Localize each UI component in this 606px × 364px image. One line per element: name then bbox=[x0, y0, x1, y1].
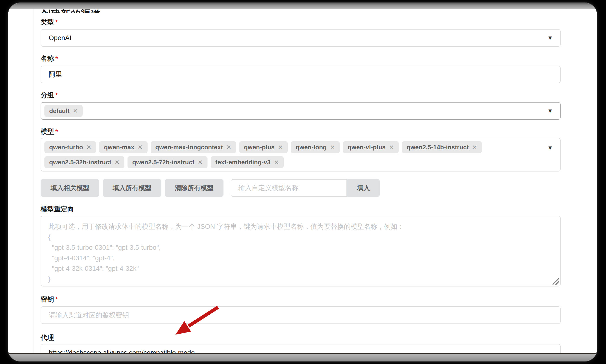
required-asterisk: * bbox=[55, 55, 58, 62]
chevron-down-icon: ▼ bbox=[547, 108, 553, 114]
proxy-input[interactable] bbox=[41, 344, 561, 354]
chevron-down-icon: ▼ bbox=[547, 35, 553, 41]
remove-tag-icon[interactable]: ✕ bbox=[389, 144, 394, 150]
remove-tag-icon[interactable]: ✕ bbox=[330, 144, 335, 150]
remove-tag-icon[interactable]: ✕ bbox=[226, 144, 231, 150]
remove-tag-icon[interactable]: ✕ bbox=[198, 159, 203, 165]
window-bottom-edge bbox=[8, 353, 597, 361]
model-buttons-row: 填入相关模型 填入所有模型 清除所有模型 填入 bbox=[41, 179, 561, 197]
fill-custom-model-button[interactable]: 填入 bbox=[347, 179, 380, 197]
model-tag: qwen-max✕ bbox=[99, 141, 147, 153]
remove-tag-icon[interactable]: ✕ bbox=[472, 144, 477, 150]
fill-all-models-button[interactable]: 填入所有模型 bbox=[103, 179, 161, 197]
name-input[interactable] bbox=[41, 65, 561, 83]
required-asterisk: * bbox=[55, 296, 58, 303]
proxy-label: 代理 bbox=[41, 334, 561, 342]
model-tag: qwen2.5-72b-instruct✕ bbox=[127, 156, 207, 168]
field-group: 分组* default✕ ▼ bbox=[41, 91, 561, 120]
remove-tag-icon[interactable]: ✕ bbox=[115, 159, 120, 165]
chevron-down-icon: ▼ bbox=[547, 145, 553, 151]
type-select-value: OpenAI bbox=[49, 34, 71, 42]
fill-related-models-button[interactable]: 填入相关模型 bbox=[41, 179, 99, 197]
required-asterisk: * bbox=[55, 19, 58, 26]
model-tag: qwen-vl-plus✕ bbox=[343, 141, 399, 153]
models-multiselect[interactable]: qwen-turbo✕ qwen-max✕ qwen-max-longconte… bbox=[41, 138, 561, 171]
page-title: 创建新的渠道 bbox=[41, 9, 101, 13]
model-tag: qwen2.5-14b-instruct✕ bbox=[402, 141, 482, 153]
group-multiselect[interactable]: default✕ ▼ bbox=[41, 102, 561, 120]
model-mapping-textarea[interactable] bbox=[41, 216, 561, 286]
field-name: 名称* bbox=[41, 55, 561, 83]
required-asterisk: * bbox=[55, 128, 58, 135]
key-label: 密钥* bbox=[41, 296, 561, 303]
page-background: 创建新的渠道 类型* OpenAI ▼ 名称* 分组* bbox=[8, 9, 597, 354]
remove-tag-icon[interactable]: ✕ bbox=[274, 159, 279, 165]
custom-model-input-group: 填入 bbox=[231, 179, 380, 197]
type-label: 类型* bbox=[41, 18, 561, 26]
name-label: 名称* bbox=[41, 55, 561, 63]
field-models: 模型* qwen-turbo✕ qwen-max✕ qwen-max-longc… bbox=[41, 128, 561, 171]
window-top-edge bbox=[8, 3, 597, 9]
required-asterisk: * bbox=[55, 91, 58, 99]
model-tag: qwen-turbo✕ bbox=[44, 141, 96, 153]
group-tag: default✕ bbox=[44, 105, 83, 117]
remove-tag-icon[interactable]: ✕ bbox=[73, 108, 78, 114]
field-model-mapping: 模型重定向 bbox=[41, 205, 561, 286]
model-tags: qwen-turbo✕ qwen-max✕ qwen-max-longconte… bbox=[41, 138, 560, 171]
type-select[interactable]: OpenAI ▼ bbox=[41, 29, 561, 47]
remove-tag-icon[interactable]: ✕ bbox=[86, 144, 91, 150]
form-panel: 创建新的渠道 类型* OpenAI ▼ 名称* 分组* bbox=[33, 9, 567, 354]
app-window: 创建新的渠道 类型* OpenAI ▼ 名称* 分组* bbox=[8, 3, 597, 361]
clear-all-models-button[interactable]: 清除所有模型 bbox=[165, 179, 223, 197]
model-tag: qwen2.5-32b-instruct✕ bbox=[44, 156, 124, 168]
remove-tag-icon[interactable]: ✕ bbox=[138, 144, 143, 150]
model-mapping-label: 模型重定向 bbox=[41, 205, 561, 213]
field-type: 类型* OpenAI ▼ bbox=[41, 18, 561, 47]
model-tag: qwen-plus✕ bbox=[239, 141, 288, 153]
model-tag: qwen-long✕ bbox=[291, 141, 340, 153]
field-proxy: 代理 bbox=[41, 334, 561, 354]
group-label: 分组* bbox=[41, 91, 561, 99]
group-tags: default✕ bbox=[41, 103, 560, 119]
model-tag: qwen-max-longcontext✕ bbox=[151, 141, 236, 153]
models-label: 模型* bbox=[41, 128, 561, 135]
key-input[interactable] bbox=[41, 306, 561, 324]
custom-model-input[interactable] bbox=[231, 179, 347, 197]
field-key: 密钥* bbox=[41, 296, 561, 324]
clipped-page-title: 创建新的渠道 bbox=[41, 9, 561, 13]
model-tag: text-embedding-v3✕ bbox=[211, 156, 284, 168]
remove-tag-icon[interactable]: ✕ bbox=[278, 144, 283, 150]
